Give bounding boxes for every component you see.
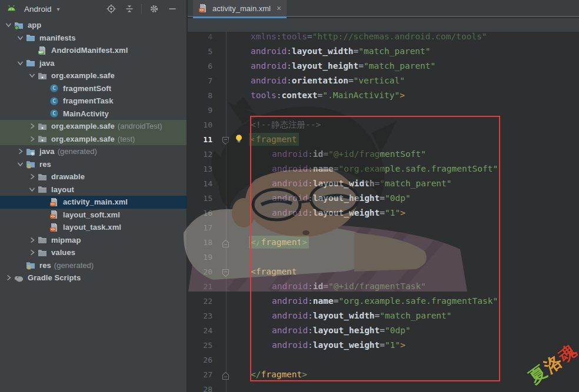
code-line-11[interactable]: 11<fragment [188, 132, 579, 147]
gradle-icon [14, 273, 24, 283]
chevron-expanded-icon[interactable] [15, 59, 25, 67]
tree-item-org-example-safe[interactable]: org.example.safe [0, 69, 187, 82]
tree-item-res-generated[interactable]: res(generated) [0, 259, 187, 272]
tree-item-res[interactable]: res [0, 158, 187, 171]
tree-item-layout-task-xml[interactable]: <>layout_task.xml [0, 221, 187, 234]
chevron-collapsed-icon[interactable] [27, 249, 37, 257]
chevron-expanded-icon[interactable] [15, 33, 25, 42]
code-line-22[interactable]: 22android:name="org.example.safe.fragmen… [188, 294, 579, 309]
code-line-24[interactable]: 24android:layout_height="0dp" [188, 323, 579, 338]
intention-bulb-icon[interactable] [234, 134, 244, 144]
tree-item-manifests[interactable]: manifests [0, 32, 187, 45]
chevron-expanded-icon[interactable] [27, 185, 37, 193]
tree-item-org-example-safe-test[interactable]: org.example.safe(test) [0, 133, 187, 146]
tree-item-label: values [51, 248, 75, 257]
tree-item-mipmap[interactable]: mipmap [0, 234, 187, 247]
chevron-collapsed-icon[interactable] [27, 236, 37, 244]
xml-file-icon: <> [49, 210, 59, 219]
tree-item-java[interactable]: java [0, 57, 187, 70]
folder-gray-icon [38, 248, 48, 257]
editor-header-band [188, 18, 579, 32]
project-toolbar: Android ▾ [0, 0, 187, 18]
chevron-collapsed-icon[interactable] [27, 173, 37, 181]
chevron-collapsed-icon[interactable] [27, 122, 37, 130]
tree-item-label: MainActivity [63, 109, 109, 118]
tree-item-gradle-scripts[interactable]: Gradle Scripts [0, 272, 187, 284]
chevron-expanded-icon[interactable] [4, 21, 14, 29]
hide-panel-icon[interactable] [167, 4, 177, 14]
chevron-spacer [39, 198, 49, 206]
line-number: 21 [188, 279, 212, 294]
tree-item-label: layout_soft.xml [63, 210, 120, 219]
line-number: 22 [188, 294, 212, 309]
tree-item-androidmanifest-xml[interactable]: MFAndroidManifest.xml [0, 44, 187, 57]
chevron-down-icon: ▾ [57, 6, 60, 12]
code-line-27[interactable]: 27</fragment> [188, 367, 579, 382]
code-editor[interactable]: 4xmlns:tools="http://schemas.android.com… [188, 32, 579, 392]
line-number: 24 [188, 323, 212, 338]
package-icon [38, 122, 48, 131]
code-line-7[interactable]: 7android:orientation="vertical" [188, 73, 579, 88]
manifest-file-icon: MF [38, 46, 48, 55]
chevron-collapsed-icon[interactable] [27, 135, 37, 143]
fold-marker-close-icon[interactable] [222, 370, 229, 379]
code-line-9[interactable]: 9 [188, 103, 579, 118]
project-view-selector[interactable]: Android ▾ [6, 4, 60, 14]
code-line-14[interactable]: 14android:layout_width="match_parent" [188, 176, 579, 191]
tree-item-java-generated[interactable]: java(generated) [0, 145, 187, 158]
tree-item-mainactivity[interactable]: CMainActivity [0, 108, 187, 120]
collapse-all-icon[interactable] [124, 4, 134, 14]
code-line-21[interactable]: 21android:id="@+id/fragmentTask" [188, 279, 579, 294]
fold-marker-open-icon[interactable] [222, 135, 229, 144]
settings-icon[interactable] [149, 4, 159, 14]
tree-item-suffix: (androidTest) [118, 122, 162, 130]
tree-item-drawable[interactable]: drawable [0, 170, 187, 183]
code-line-23[interactable]: 23android:layout_width="match_parent" [188, 309, 579, 323]
line-number: 26 [188, 353, 212, 367]
tree-item-layout[interactable]: layout [0, 183, 187, 196]
locate-target-icon[interactable] [106, 4, 116, 14]
chevron-expanded-icon[interactable] [27, 72, 37, 80]
tree-item-suffix: (test) [118, 135, 135, 143]
chevron-collapsed-icon[interactable] [4, 274, 14, 282]
code-line-15[interactable]: 15android:layout_height="0dp" [188, 191, 579, 206]
folder-blue-icon [26, 58, 36, 68]
code-line-10[interactable]: 10<!--静态注册--> [188, 118, 579, 132]
code-line-16[interactable]: 16android:layout_weight="1"> [188, 206, 579, 220]
xml-file-icon: <> [49, 223, 59, 232]
code-line-6[interactable]: 6android:layout_height="match_parent" [188, 59, 579, 73]
tree-item-layout-soft-xml[interactable]: <>layout_soft.xml [0, 209, 187, 222]
tree-item-label: mipmap [51, 236, 81, 244]
code-line-5[interactable]: 5android:layout_width="match_parent" [188, 44, 579, 59]
code-line-19[interactable]: 19 [188, 250, 579, 264]
chevron-expanded-icon[interactable] [15, 160, 25, 168]
code-line-4[interactable]: 4xmlns:tools="http://schemas.android.com… [188, 32, 579, 44]
line-number: 5 [188, 44, 212, 59]
code-line-17[interactable]: 17 [188, 220, 579, 235]
svg-text:<>: <> [199, 8, 204, 12]
chevron-collapsed-icon[interactable] [15, 148, 25, 156]
tree-item-fragmentsoft[interactable]: CfragmentSoft [0, 82, 187, 95]
tree-item-app[interactable]: app [0, 19, 187, 32]
code-line-12[interactable]: 12android:id="@+id/fragmentSoft" [188, 147, 579, 162]
project-view-selector-label: Android [24, 5, 52, 14]
tree-item-fragmenttask[interactable]: CfragmentTask [0, 95, 187, 108]
editor-tab-activity-main[interactable]: <> activity_main.xml × [193, 0, 287, 18]
tree-item-org-example-safe-androidtest[interactable]: org.example.safe(androidTest) [0, 120, 187, 133]
tree-item-values[interactable]: values [0, 246, 187, 259]
code-line-18[interactable]: 18</fragment> [188, 235, 579, 250]
code-line-26[interactable]: 26 [188, 353, 579, 367]
code-line-8[interactable]: 8tools:context=".MainActivity"> [188, 88, 579, 103]
fold-marker-close-icon[interactable] [222, 238, 229, 247]
svg-text:<>: <> [51, 202, 55, 206]
code-line-20[interactable]: 20<fragment [188, 264, 579, 279]
tree-item-activity-main-xml[interactable]: <>activity_main.xml [0, 196, 187, 209]
close-icon[interactable]: × [277, 4, 281, 13]
fold-marker-open-icon[interactable] [222, 267, 229, 276]
code-line-28[interactable]: 28 [188, 382, 579, 392]
tree-item-label: activity_main.xml [63, 197, 128, 206]
tree-item-label: fragmentTask [63, 96, 113, 105]
code-line-13[interactable]: 13android:name="org.example.safe.fragmen… [188, 162, 579, 176]
code-line-25[interactable]: 25android:layout_weight="1"> [188, 338, 579, 353]
line-number: 8 [188, 88, 212, 103]
